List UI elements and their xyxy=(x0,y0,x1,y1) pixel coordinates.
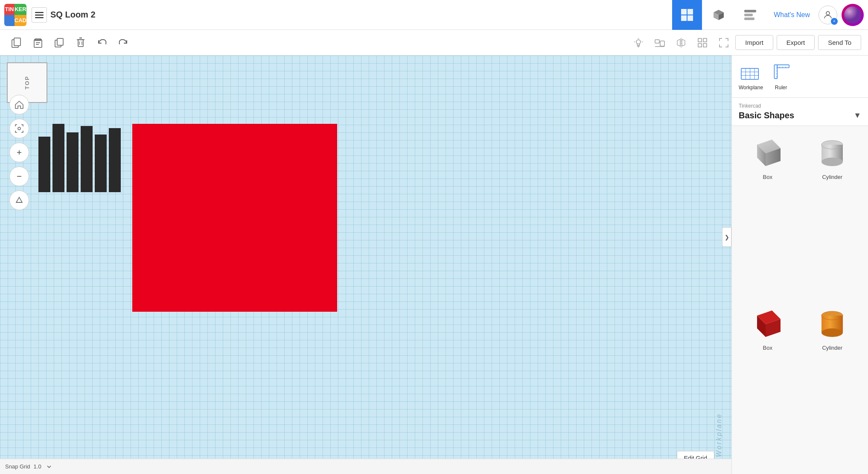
shapes-title: Basic Shapes xyxy=(739,111,794,120)
svg-rect-8 xyxy=(744,14,753,16)
svg-point-67 xyxy=(821,158,843,166)
toolbar: Import Export Send To xyxy=(0,30,868,56)
workplane-label: Workplane xyxy=(715,413,723,457)
paste-button[interactable] xyxy=(28,33,48,53)
send-to-button[interactable]: Send To xyxy=(818,35,861,50)
align-button[interactable] xyxy=(650,33,670,53)
svg-marker-36 xyxy=(682,39,685,46)
logo-tin: TIN xyxy=(4,4,15,15)
shape-orange-cylinder[interactable]: Cylinder xyxy=(800,300,865,471)
ungroup-button[interactable] xyxy=(714,33,734,53)
bar-2 xyxy=(52,124,64,192)
shape-gray-box[interactable]: Box xyxy=(735,129,800,300)
red-square-shape[interactable] xyxy=(132,124,337,312)
import-button[interactable]: Import xyxy=(735,35,773,50)
bar-4 xyxy=(81,126,93,192)
svg-rect-4 xyxy=(687,9,693,15)
logo-ker: KER xyxy=(15,4,26,15)
svg-rect-52 xyxy=(777,65,789,68)
shapes-grid: Box Cylinder xyxy=(732,126,868,474)
svg-rect-0 xyxy=(35,12,44,13)
svg-rect-31 xyxy=(655,40,659,43)
main-content: TOP Workplane Edit Grid Snap Grid 1.0 xyxy=(0,56,868,474)
logo-blank xyxy=(4,15,15,26)
light-button[interactable] xyxy=(629,33,648,53)
svg-rect-2 xyxy=(35,17,44,18)
svg-rect-56 xyxy=(775,65,778,79)
view-cube-label: TOP xyxy=(24,76,30,90)
tinkercad-logo[interactable]: TIN KER CAD xyxy=(4,4,26,26)
undo-button[interactable] xyxy=(92,33,112,53)
shape-red-box[interactable]: Box xyxy=(735,300,800,471)
snap-grid-arrow[interactable] xyxy=(46,463,52,470)
orange-cylinder-label: Cylinder xyxy=(822,345,842,351)
ruler-button[interactable]: Ruler xyxy=(770,62,792,91)
nav-codeblocks[interactable] xyxy=(735,0,765,30)
avatar[interactable] xyxy=(842,4,864,26)
delete-button[interactable] xyxy=(71,33,90,53)
snap-grid-value: 1.0 xyxy=(34,463,41,470)
group-button[interactable] xyxy=(693,33,712,53)
bar-6 xyxy=(109,128,121,192)
panel-tools: Workplane Ruler xyxy=(732,56,868,98)
svg-point-25 xyxy=(636,40,641,44)
svg-rect-32 xyxy=(660,41,664,46)
bar-1 xyxy=(38,137,50,192)
nav-3d-design[interactable] xyxy=(672,0,702,30)
logo-cad: CAD xyxy=(15,15,26,26)
gray-cylinder-label: Cylinder xyxy=(822,174,842,180)
snap-grid-label: Snap Grid xyxy=(5,463,30,470)
mirror-button[interactable] xyxy=(671,33,691,53)
shapes-selector: Tinkercad Basic Shapes ▼ xyxy=(732,98,868,126)
user-button[interactable]: + xyxy=(818,6,837,24)
loom-bars xyxy=(38,124,121,192)
svg-rect-19 xyxy=(57,38,63,45)
zoom-in-button[interactable] xyxy=(9,143,29,162)
top-nav: TIN KER CAD SQ Loom 2 xyxy=(0,0,868,30)
svg-rect-40 xyxy=(703,44,707,47)
copy-button[interactable] xyxy=(7,33,26,53)
svg-rect-3 xyxy=(681,9,687,15)
svg-rect-46 xyxy=(741,68,758,79)
dropdown-arrow-icon: ▼ xyxy=(853,111,861,120)
viewport-grid xyxy=(0,56,731,474)
svg-rect-38 xyxy=(703,38,707,42)
menu-button[interactable] xyxy=(32,7,47,23)
svg-marker-35 xyxy=(677,39,680,46)
nav-blocks[interactable] xyxy=(704,0,734,30)
svg-rect-1 xyxy=(35,15,44,16)
bar-3 xyxy=(67,132,79,192)
panel-collapse-button[interactable]: ❯ xyxy=(722,227,731,247)
svg-rect-37 xyxy=(698,38,702,42)
export-button[interactable]: Export xyxy=(777,35,815,50)
red-box-label: Box xyxy=(763,345,772,351)
svg-rect-6 xyxy=(687,15,693,21)
svg-rect-13 xyxy=(14,38,20,46)
svg-rect-5 xyxy=(681,15,687,21)
svg-rect-20 xyxy=(78,40,83,47)
whats-new-button[interactable]: What's New xyxy=(767,11,817,19)
perspective-button[interactable] xyxy=(9,190,29,210)
shapes-dropdown[interactable]: Basic Shapes ▼ xyxy=(739,111,861,120)
add-user-icon: + xyxy=(831,18,838,25)
shape-gray-cylinder[interactable]: Cylinder xyxy=(800,129,865,300)
workplane-button[interactable]: Workplane xyxy=(739,62,763,91)
svg-rect-9 xyxy=(744,18,754,20)
zoom-out-button[interactable] xyxy=(9,167,29,186)
shapes-category: Tinkercad xyxy=(739,103,861,109)
svg-rect-7 xyxy=(744,10,756,12)
right-panel: Workplane Ruler Tinke xyxy=(731,56,868,474)
svg-rect-39 xyxy=(698,44,702,47)
project-title-group: SQ Loom 2 xyxy=(32,7,96,23)
duplicate-button[interactable] xyxy=(50,33,69,53)
svg-point-11 xyxy=(844,6,861,23)
fit-view-button[interactable] xyxy=(9,119,29,138)
redo-button[interactable] xyxy=(114,33,133,53)
svg-point-41 xyxy=(18,127,20,130)
left-controls xyxy=(4,90,34,215)
workplane-label: Workplane xyxy=(739,85,763,91)
gray-box-label: Box xyxy=(763,174,772,180)
viewport[interactable]: TOP Workplane Edit Grid Snap Grid 1.0 xyxy=(0,56,731,474)
home-view-button[interactable] xyxy=(9,95,29,114)
svg-point-74 xyxy=(821,328,843,337)
